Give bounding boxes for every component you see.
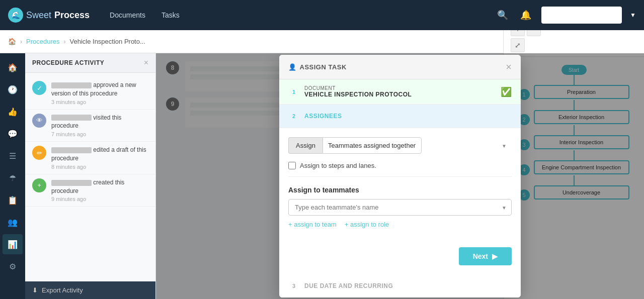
assign-row: Assign Teammates assigned together Each … bbox=[288, 137, 512, 154]
list-item: ✏ edited a draft of this procedure 8 min… bbox=[25, 142, 155, 174]
assign-button[interactable]: Assign bbox=[288, 137, 323, 154]
activity-title: PROCEDURE ACTIVITY bbox=[32, 59, 104, 66]
logo-sweet: Sweet bbox=[26, 10, 51, 21]
step-1-checkmark: ✅ bbox=[501, 86, 512, 97]
activity-check-icon: ✓ bbox=[32, 81, 46, 95]
logo-icon: 🌊 bbox=[8, 8, 23, 23]
nav-links: Documents Tasks bbox=[102, 0, 188, 30]
app-logo[interactable]: 🌊 SweetProcess bbox=[8, 8, 90, 23]
sidebar-icons: 🏠 🕐 👍 💬 ☰ ☂ 📋 👥 📊 ⚙ bbox=[0, 53, 25, 299]
next-label: Next bbox=[473, 252, 488, 260]
sidebar-chart-icon[interactable]: 📊 bbox=[3, 234, 23, 254]
modal-title: 👤 ASSIGN TASK bbox=[288, 63, 347, 71]
activity-item-text: approved a new version of this procedure… bbox=[51, 81, 148, 105]
activity-item-text: edited a draft of this procedure 8 minut… bbox=[51, 146, 148, 170]
sidebar-home-icon[interactable]: 🏠 bbox=[3, 57, 23, 77]
activity-plus-icon: + bbox=[32, 178, 46, 192]
nav-right: 🔍 🔔 ▼ bbox=[495, 7, 636, 24]
top-navigation: 🌊 SweetProcess Documents Tasks 🔍 🔔 ▼ bbox=[0, 0, 644, 30]
fit-controls: ⤢ bbox=[511, 38, 637, 52]
sidebar-clipboard-icon[interactable]: 📋 bbox=[3, 190, 23, 210]
logo-process: Process bbox=[54, 10, 90, 21]
main-layout: 🏠 🕐 👍 💬 ☰ ☂ 📋 👥 📊 ⚙ PROCEDURE ACTIVITY ×… bbox=[0, 53, 644, 299]
breadcrumb-current: Vehicle Inspection Proto... bbox=[69, 38, 145, 45]
content-area: 8 9 👤 bbox=[156, 53, 644, 299]
step-1-number: 1 bbox=[288, 86, 299, 97]
breadcrumb-home[interactable]: 🏠 bbox=[8, 38, 16, 45]
teammate-input-wrap: ▼ bbox=[288, 199, 512, 216]
fit-button[interactable]: ⤢ bbox=[511, 38, 525, 52]
activity-edit-icon: ✏ bbox=[32, 146, 46, 160]
nav-tasks[interactable]: Tasks bbox=[153, 0, 188, 30]
modal-overlay: 👤 ASSIGN TASK × 1 DOCUMENT VEHICLE INSPE… bbox=[156, 53, 644, 299]
modal-header: 👤 ASSIGN TASK × bbox=[279, 55, 521, 79]
activity-eye-icon: 👁 bbox=[32, 114, 46, 128]
teammate-input[interactable] bbox=[288, 199, 512, 216]
assign-teammates-title: Assign to teammates bbox=[288, 186, 512, 194]
export-label: Export Activity bbox=[42, 286, 83, 294]
list-item: + created this procedure 9 minutes ago bbox=[25, 174, 155, 207]
activity-time: 7 minutes ago bbox=[51, 131, 148, 137]
sidebar-settings-icon[interactable]: ⚙ bbox=[3, 256, 23, 276]
notification-bell-button[interactable]: 🔔 bbox=[518, 8, 533, 23]
assign-to-team-link[interactable]: + assign to team bbox=[288, 221, 337, 228]
blurred-username bbox=[51, 180, 92, 186]
list-item: ✓ approved a new version of this procedu… bbox=[25, 77, 155, 110]
activity-time: 3 minutes ago bbox=[51, 99, 148, 105]
modal-body: Assign Teammates assigned together Each … bbox=[279, 128, 521, 242]
nav-documents[interactable]: Documents bbox=[102, 0, 153, 30]
activity-item-text: created this procedure 9 minutes ago bbox=[51, 178, 148, 203]
activity-close-button[interactable]: × bbox=[144, 58, 148, 67]
activity-list: ✓ approved a new version of this procedu… bbox=[25, 73, 155, 281]
assign-links: + assign to team + assign to role bbox=[288, 221, 512, 228]
export-activity-button[interactable]: ⬇ Export Activity bbox=[25, 281, 155, 299]
sidebar-chat-icon[interactable]: 💬 bbox=[3, 124, 23, 144]
sidebar-umbrella-icon[interactable]: ☂ bbox=[3, 168, 23, 188]
breadcrumb-procedures[interactable]: Procedures bbox=[26, 38, 59, 45]
search-icon-button[interactable]: 🔍 bbox=[495, 8, 510, 23]
activity-panel: PROCEDURE ACTIVITY × ✓ approved a new ve… bbox=[25, 53, 156, 299]
assign-steps-lanes-label[interactable]: Assign to steps and lanes. bbox=[300, 162, 376, 169]
modal-footer: Next ▶ bbox=[279, 242, 521, 274]
assign-to-role-link[interactable]: + assign to role bbox=[345, 221, 389, 228]
assign-steps-lanes-row: Assign to steps and lanes. bbox=[288, 162, 512, 177]
user-icon: 👤 bbox=[288, 63, 297, 71]
export-icon: ⬇ bbox=[32, 286, 38, 294]
activity-time: 8 minutes ago bbox=[51, 164, 148, 170]
step-1-section-label: DOCUMENT bbox=[304, 85, 412, 91]
assign-select[interactable]: Teammates assigned together Each teammat… bbox=[323, 137, 422, 154]
step-2-label: ASSIGNEES bbox=[304, 113, 342, 120]
modal-step-3: 3 DUE DATE AND RECURRING bbox=[279, 274, 521, 297]
blurred-username bbox=[51, 82, 92, 88]
activity-time: 9 minutes ago bbox=[51, 196, 148, 202]
assign-task-modal: 👤 ASSIGN TASK × 1 DOCUMENT VEHICLE INSPE… bbox=[279, 55, 521, 297]
blurred-username bbox=[51, 147, 92, 153]
list-item: 👁 visited this procedure 7 minutes ago bbox=[25, 110, 155, 142]
nav-search-input[interactable] bbox=[541, 7, 622, 24]
modal-step-1: 1 DOCUMENT VEHICLE INSPECTION PROTOCOL ✅ bbox=[279, 79, 521, 105]
sidebar-like-icon[interactable]: 👍 bbox=[3, 102, 23, 122]
step-3-label: DUE DATE AND RECURRING bbox=[304, 282, 393, 289]
blurred-username bbox=[51, 115, 92, 121]
assign-steps-lanes-checkbox[interactable] bbox=[288, 162, 296, 169]
sidebar-clock-icon[interactable]: 🕐 bbox=[3, 79, 23, 99]
sidebar-team-icon[interactable]: 👥 bbox=[3, 212, 23, 232]
next-button[interactable]: Next ▶ bbox=[459, 247, 512, 265]
step-1-label: VEHICLE INSPECTION PROTOCOL bbox=[304, 91, 412, 98]
step-1-content: DOCUMENT VEHICLE INSPECTION PROTOCOL bbox=[304, 85, 412, 98]
modal-step-2: 2 ASSIGNEES bbox=[279, 105, 521, 128]
nav-dropdown-arrow[interactable]: ▼ bbox=[630, 12, 636, 19]
activity-item-text: visited this procedure 7 minutes ago bbox=[51, 114, 148, 138]
next-arrow-icon: ▶ bbox=[492, 252, 498, 260]
modal-close-button[interactable]: × bbox=[506, 62, 512, 72]
sidebar-list-icon[interactable]: ☰ bbox=[3, 146, 23, 166]
step-3-number: 3 bbox=[288, 280, 299, 291]
activity-header: PROCEDURE ACTIVITY × bbox=[25, 53, 155, 73]
step-2-number: 2 bbox=[288, 111, 299, 122]
assign-select-wrap: Teammates assigned together Each teammat… bbox=[323, 137, 512, 154]
